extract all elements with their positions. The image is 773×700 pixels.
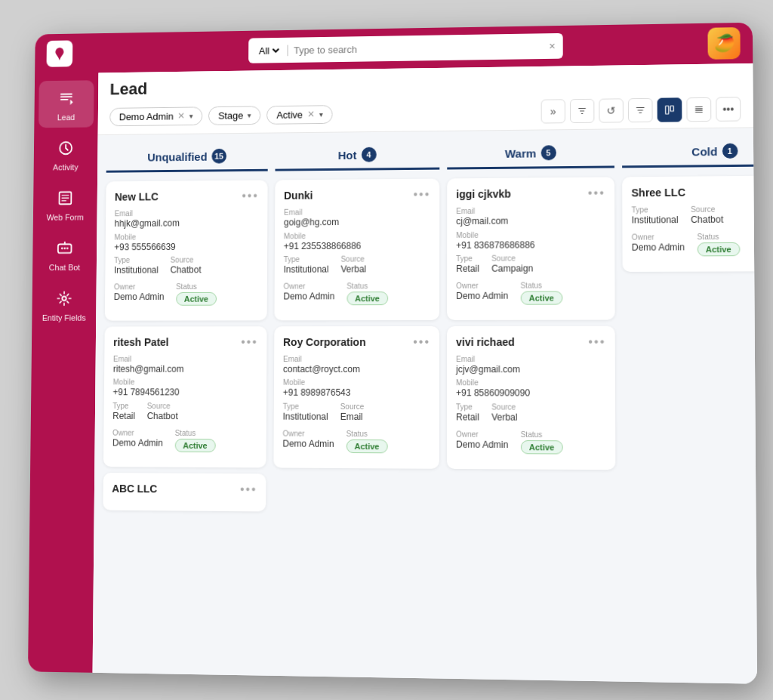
toolbar-more-btn[interactable]: ••• [716,97,741,122]
card-mobile-vivi: +91 85860909090 [456,387,606,399]
card-title-vivi: vivi richaed [456,335,515,347]
filter-stage-label: Stage [218,109,243,121]
card-menu-dunki[interactable]: ••• [413,187,430,201]
filter-status-label: Active [276,109,303,120]
card-status-dunki: Active [346,291,388,304]
content-header: Lead Demo Admin ✕ ▾ Stage ▾ Active ✕ ▾ [98,63,753,134]
card-title-iggi: iggi cjkvkb [456,187,511,200]
card-owner-roy: Demo Admin [282,438,334,450]
card-dunki[interactable]: Dunki ••• Email goig@hg.com Mobile +91 2… [274,178,439,320]
sidebar-item-entity[interactable]: Entity Fields [36,280,92,328]
card-email-roy: contact@royct.com [283,363,430,375]
card-source-dunki: Verbal [340,264,366,276]
card-type-roy: Institutional [283,411,328,423]
card-menu-roy[interactable]: ••• [413,335,430,348]
toolbar-list-btn[interactable] [686,97,711,121]
sidebar-item-activity[interactable]: Activity [38,130,94,177]
search-bar[interactable]: All | × [248,32,563,63]
toolbar-filter-btn[interactable] [570,98,594,122]
column-label-hot: Hot [338,148,357,161]
toolbar-kanban-btn[interactable] [658,97,682,122]
card-email-new-llc: hhjk@gmail.com [115,217,259,230]
card-vivi[interactable]: vivi richaed ••• Email jcjv@gmail.com Mo… [447,325,615,469]
column-header-warm: Warm 5 [447,138,614,169]
filter-status-clear[interactable]: ✕ [307,109,315,119]
card-email-ritesh: ritesh@gmail.com [113,363,258,375]
card-ritesh-patel[interactable]: ritesh Patel ••• Email ritesh@gmail.com … [103,326,267,467]
column-count-hot: 4 [361,146,376,162]
card-mobile-iggi: +91 836878686886 [456,239,605,251]
chatbot-icon [53,236,76,260]
card-menu-new-llc[interactable]: ••• [242,189,258,202]
card-title-ritesh: ritesh Patel [113,336,169,348]
search-input[interactable] [294,40,544,55]
sidebar-item-lead[interactable]: Lead [38,80,94,128]
filter-owner-chevron[interactable]: ▾ [189,111,193,119]
card-email-vivi: jcjv@gmail.com [456,363,606,375]
search-filter-select[interactable]: All [256,44,282,57]
sidebar-item-webform[interactable]: Web Form [38,180,94,227]
column-hot: Hot 4 Dunki ••• Email goig@hg.com [273,140,439,668]
filter-row: Demo Admin ✕ ▾ Stage ▾ Active ✕ ▾ » [109,97,741,128]
card-mobile-roy: +91 8989876543 [283,387,430,399]
sidebar-item-chatbot[interactable]: Chat Bot [37,230,93,278]
card-new-llc[interactable]: New LLC ••• Email hhjk@gmail.com Mobile … [105,180,268,320]
card-owner-vivi: Demo Admin [456,439,508,451]
search-close-icon[interactable]: × [549,39,555,51]
card-owner-ritesh: Demo Admin [112,437,163,449]
sidebar-label-lead: Lead [57,113,75,122]
column-unqualified: Unqualified 15 New LLC ••• Email hhjk@gm… [101,142,267,666]
toolbar-refresh-btn[interactable]: ↺ [599,98,624,122]
sidebar-label-entity: Entity Fields [42,313,86,322]
card-menu-vivi[interactable]: ••• [588,335,605,348]
card-type-iggi: Retail [456,263,479,275]
toolbar-right: » ↺ ••• [541,97,741,123]
card-roy-corp[interactable]: Roy Corporation ••• Email contact@royct.… [273,325,439,468]
card-menu-abc[interactable]: ••• [240,482,257,495]
card-abc-llc[interactable]: ABC LLC ••• [103,472,266,510]
kanban-board: Unqualified 15 New LLC ••• Email hhjk@gm… [93,128,757,683]
toolbar-expand-btn[interactable]: » [541,99,565,123]
toolbar-sort-btn[interactable] [628,97,653,122]
svg-point-5 [61,247,63,249]
card-source-shree: Chatbot [691,214,723,226]
card-status-iggi: Active [520,291,562,304]
card-source-new-llc: Chatbot [170,264,201,276]
svg-rect-9 [666,106,669,114]
lead-icon [54,86,78,109]
card-title-abc: ABC LLC [112,482,157,494]
filter-owner[interactable]: Demo Admin ✕ ▾ [109,106,203,125]
filter-owner-clear[interactable]: ✕ [178,110,186,121]
filter-status-chevron[interactable]: ▾ [319,109,323,118]
filter-owner-label: Demo Admin [119,110,174,122]
card-type-shree: Institutional [632,214,679,227]
card-iggi[interactable]: iggi cjkvkb ••• Email cj@mail.com Mobile… [447,177,615,319]
card-shree-llc[interactable]: Shree LLC ••• Type Institutional Source … [622,175,757,271]
filter-status[interactable]: Active ✕ ▾ [266,104,332,124]
column-count-cold: 1 [722,143,738,158]
card-status-shree: Active [697,242,740,255]
card-title-shree: Shree LLC [631,186,685,199]
column-count-warm: 5 [540,145,556,160]
column-cold: Cold 1 Shree LLC ••• Type Institutional [622,136,757,675]
card-source-iggi: Campaign [491,263,533,275]
card-status-vivi: Active [521,439,563,453]
svg-point-6 [63,247,66,249]
card-status-roy: Active [346,439,387,452]
card-menu-iggi[interactable]: ••• [588,186,605,199]
column-header-cold: Cold 1 [622,136,757,168]
filter-stage-chevron[interactable]: ▾ [248,110,251,119]
card-source-ritesh: Chatbot [147,411,178,423]
activity-icon [54,136,78,159]
card-source-vivi: Verbal [491,412,517,424]
filter-stage[interactable]: Stage ▾ [208,105,260,124]
webform-icon [54,186,77,209]
card-type-vivi: Retail [456,412,479,424]
column-header-unqualified: Unqualified 15 [106,142,268,172]
column-count-unqualified: 15 [211,148,226,163]
card-menu-ritesh[interactable]: ••• [241,335,258,348]
card-email-iggi: cj@mail.com [456,214,605,227]
entity-icon [52,286,75,310]
card-type-dunki: Institutional [284,264,329,276]
sidebar-label-chatbot: Chat Bot [49,263,80,272]
